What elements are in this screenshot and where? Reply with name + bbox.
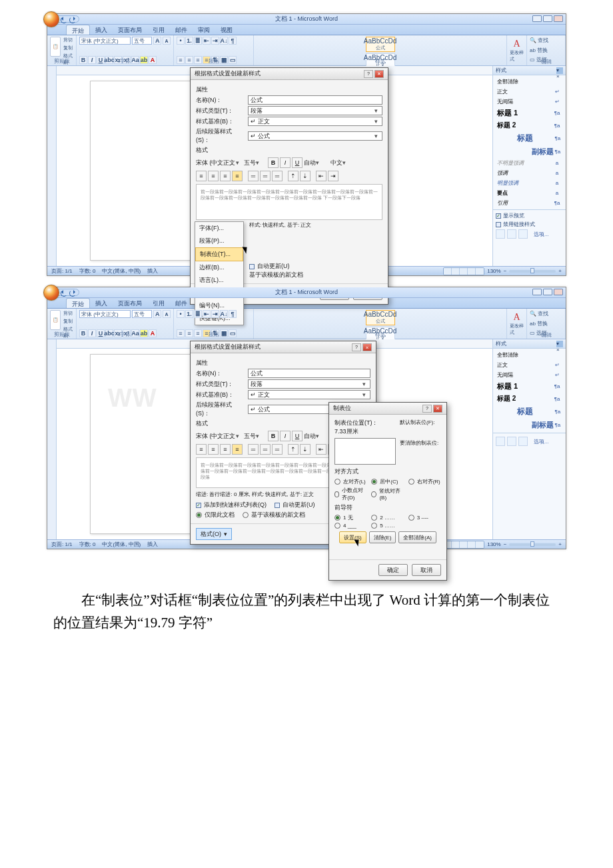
copy-button[interactable]: 复制	[63, 45, 73, 51]
menu-font[interactable]: 字体(F)...	[195, 222, 243, 235]
tab-insert[interactable]: 插入	[90, 25, 113, 35]
maximize-button[interactable]	[543, 289, 552, 295]
tab-layout[interactable]: 页面布局	[113, 25, 147, 35]
menu-border[interactable]: 边框(B)...	[195, 261, 243, 274]
name-input[interactable]: 公式	[248, 369, 370, 378]
tab-insert[interactable]: 插入	[90, 298, 113, 308]
show-marks-button[interactable]: ¶	[229, 37, 237, 45]
tab-cancel-button[interactable]: 取消	[412, 564, 441, 576]
dlg-bold-button[interactable]: B	[268, 157, 279, 168]
dlg-inc-indent[interactable]: ⇥	[328, 171, 338, 181]
radio-template[interactable]: 基于该模板的新文档	[249, 271, 303, 279]
leader-5-radio[interactable]	[371, 523, 377, 529]
zoom-level[interactable]: 130%	[487, 268, 500, 274]
dec-indent-button[interactable]: ⇤	[203, 37, 211, 45]
name-input[interactable]: 公式	[248, 95, 382, 105]
new-style-icon[interactable]	[496, 229, 505, 239]
dlg-justify[interactable]: ≡	[232, 171, 243, 181]
tab-ref[interactable]: 引用	[147, 25, 170, 35]
dlg-dec-para-space[interactable]: ⇣	[300, 171, 310, 181]
align-bar-radio[interactable]	[371, 491, 376, 497]
undo-icon[interactable]	[61, 17, 67, 22]
manage-styles-icon[interactable]	[518, 229, 528, 239]
style-item-subtitle[interactable]: 副标题¶a	[496, 145, 563, 158]
dlg-15-space[interactable]: ═	[260, 171, 271, 181]
next-combo[interactable]: ↵ 公式▾	[248, 131, 382, 141]
maximize-button[interactable]	[543, 15, 552, 22]
dlg-italic-button[interactable]: I	[280, 157, 291, 168]
tab-clearall-button[interactable]: 全部清除(A)	[398, 531, 436, 543]
dlg-font-combo[interactable]: 宋体 (中文正文▾	[196, 159, 243, 167]
style-item-title[interactable]: 标题¶a	[496, 131, 563, 145]
style-item-nospace[interactable]: 无间隔↵	[496, 97, 563, 107]
dialog-close-button[interactable]: ✕	[374, 70, 384, 78]
dlg-double-space[interactable]: ═	[272, 171, 283, 181]
dlg-size-combo[interactable]: 五号▾	[244, 159, 267, 167]
tab-ref[interactable]: 引用	[147, 298, 170, 308]
dlg-dec-indent[interactable]: ⇤	[316, 171, 326, 181]
dlg-inc-para-space[interactable]: ⇡	[288, 171, 299, 181]
dlg-lang-combo[interactable]: 中文▾	[330, 159, 356, 167]
based-combo[interactable]: ↵ 正文▾	[248, 390, 370, 399]
tab-review[interactable]: 审阅	[193, 25, 215, 35]
align-left-radio[interactable]	[334, 479, 340, 485]
tab-default-input[interactable]	[400, 426, 441, 435]
view-buttons[interactable]	[443, 267, 484, 275]
align-dec-radio[interactable]	[334, 491, 339, 497]
find-button[interactable]: 🔍 查找	[530, 37, 562, 45]
tab-clear-button[interactable]: 清除(E)	[369, 531, 396, 543]
font-family-combo[interactable]: 宋体 (中文正文)	[79, 37, 131, 45]
style-item-h1[interactable]: 标题 1¶a	[496, 107, 563, 119]
tab-mail[interactable]: 邮件	[170, 25, 193, 35]
sort-button[interactable]: A↓	[220, 37, 228, 45]
replace-button[interactable]: ab 替换	[530, 47, 562, 55]
zoom-slider[interactable]	[509, 270, 556, 273]
minimize-button[interactable]	[532, 289, 542, 295]
tab-layout[interactable]: 页面布局	[113, 298, 147, 308]
style-gongshi[interactable]: AaBbCcDd公式	[366, 37, 395, 52]
leader-3-radio[interactable]	[408, 515, 414, 521]
dlg-underline-button[interactable]: U	[292, 157, 303, 168]
close-window-button[interactable]	[554, 15, 563, 22]
styles-pane-close-icon[interactable]: ▾ ×	[556, 67, 563, 74]
format-dropdown-button[interactable]: 格式(O) ▾	[196, 528, 232, 540]
based-combo[interactable]: ↵ 正文▾	[248, 117, 382, 126]
auto-update-check[interactable]	[275, 503, 280, 508]
tab-view[interactable]: 视图	[215, 25, 238, 35]
numbering-button[interactable]: 1.	[185, 37, 193, 45]
status-insert[interactable]: 插入	[147, 267, 158, 275]
tab-mail[interactable]: 邮件	[170, 298, 193, 308]
undo-icon[interactable]	[61, 290, 67, 295]
dlg-align-center[interactable]: ≡	[208, 171, 219, 181]
bullets-button[interactable]: •	[177, 37, 185, 45]
style-item-emphasis[interactable]: 强调a	[496, 168, 563, 178]
paste-button[interactable]: 📋	[50, 310, 61, 330]
align-right-radio[interactable]	[408, 479, 414, 485]
radio-this-doc[interactable]	[196, 512, 202, 518]
type-combo[interactable]: 段落▾	[248, 106, 382, 115]
tab-home[interactable]: 开始	[66, 298, 90, 308]
dlg-align-left[interactable]: ≡	[196, 171, 207, 181]
type-combo[interactable]: 段落▾	[248, 379, 370, 389]
font-size-combo[interactable]: 五号	[132, 310, 152, 318]
tab-ok-button[interactable]: 确定	[378, 564, 408, 576]
office-button[interactable]	[43, 285, 59, 301]
redo-icon[interactable]	[69, 17, 76, 22]
dialog-close-button[interactable]: ⨉	[362, 343, 372, 351]
style-item-h2[interactable]: 标题 2¶a	[496, 119, 563, 131]
styles-pane-close-icon[interactable]: ▾ ×	[556, 341, 563, 347]
redo-icon[interactable]	[69, 290, 76, 295]
style-inspector-icon[interactable]	[507, 229, 516, 239]
style-item-normal[interactable]: 正文↵	[496, 87, 563, 97]
style-item-subtle[interactable]: 不明显强调a	[496, 158, 563, 168]
radio-template[interactable]	[243, 512, 249, 518]
change-styles-button[interactable]: A 更改样式	[507, 35, 527, 65]
dialog-help-button[interactable]: ?	[364, 70, 373, 78]
dlg-align-right[interactable]: ≡	[220, 171, 231, 181]
dialog-close-button[interactable]: ✕	[433, 405, 442, 413]
dialog-help-button[interactable]: ?	[352, 343, 361, 351]
dlg-auto-color[interactable]: 自动▾	[304, 159, 329, 167]
add-quick-check[interactable]: ✓	[196, 503, 201, 508]
style-item-intense[interactable]: 明显强调a	[496, 178, 563, 188]
align-center-radio[interactable]	[371, 479, 377, 485]
